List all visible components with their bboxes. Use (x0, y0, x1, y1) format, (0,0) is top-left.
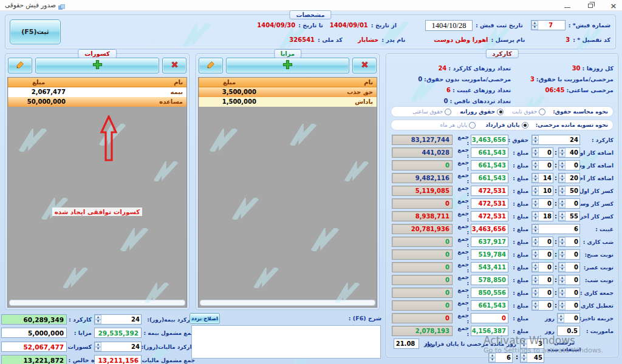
spin-up-icon[interactable]: ▲ (532, 174, 539, 178)
spin-up-icon[interactable]: ▲ (95, 342, 101, 347)
amount-input[interactable]: 661,543 (471, 300, 508, 311)
spin-up-icon[interactable]: ▲ (521, 339, 527, 344)
spin-up-icon[interactable]: ▲ (559, 237, 566, 242)
spin-up-icon[interactable]: ▲ (95, 315, 101, 320)
spin-up-icon[interactable]: ▲ (532, 224, 539, 229)
spin-up-icon[interactable]: ▲ (532, 250, 539, 255)
spin-up-icon[interactable]: ▲ (532, 212, 539, 217)
numeric-stepper[interactable]: ▲▼50 (558, 186, 580, 196)
amount-input[interactable]: 3,463,656 (471, 224, 508, 234)
numeric-stepper[interactable]: ▲▼10 (531, 186, 553, 196)
spin-up-icon[interactable]: ▲ (559, 161, 566, 166)
numeric-stepper[interactable]: ▲▼0 (531, 237, 553, 247)
table-row[interactable]: مساعده50,000,000 (8, 97, 186, 107)
spin-down-icon[interactable]: ▼ (532, 255, 539, 260)
spin-up-icon[interactable]: ▲ (532, 275, 539, 280)
spin-up-icon[interactable]: ▲ (558, 314, 564, 318)
description-input[interactable] (191, 325, 381, 359)
spin-down-icon[interactable]: ▼ (559, 153, 566, 158)
spin-up-icon[interactable]: ▲ (532, 161, 539, 166)
numeric-stepper[interactable]: ▲▼0 (558, 275, 580, 285)
numeric-stepper[interactable]: ▲▼0 (558, 237, 580, 247)
spin-up-icon[interactable]: ▲ (559, 199, 566, 204)
spin-down-icon[interactable]: ▼ (559, 242, 566, 247)
numeric-stepper[interactable]: ▲▼0 (531, 275, 553, 285)
numeric-stepper[interactable]: ▲▼0 (531, 147, 553, 158)
spin-up-icon[interactable]: ▲ (532, 199, 539, 204)
spin-down-icon[interactable]: ▼ (532, 280, 539, 285)
spin-down-icon[interactable]: ▼ (532, 293, 539, 298)
numeric-stepper[interactable]: ▲▼0 (557, 313, 580, 323)
spin-up-icon[interactable]: ▲ (532, 135, 539, 140)
edit-deduction-button[interactable] (8, 58, 32, 73)
radio-option[interactable]: حقوق ساعتی (412, 109, 451, 115)
radio-circle-icon[interactable] (522, 122, 528, 129)
numeric-stepper[interactable]: ▲▼55 (558, 211, 580, 221)
spin-down-icon[interactable]: ▼ (559, 204, 566, 209)
numeric-stepper[interactable]: ▲▼0 (558, 249, 580, 260)
spin-down-icon[interactable]: ▼ (532, 268, 539, 272)
numeric-stepper[interactable]: ▲▼0 (558, 262, 580, 272)
fix-attendance-button[interactable]: اصلاح تردد (190, 313, 220, 324)
spin-down-icon[interactable]: ▼ (521, 344, 527, 349)
deductions-hscrollbar[interactable] (9, 300, 185, 306)
numeric-stepper[interactable]: ▲▼6 (531, 224, 580, 234)
amount-input[interactable]: 661,543 (471, 147, 508, 158)
numeric-stepper[interactable]: ▲▼20 (558, 173, 580, 183)
numeric-stepper[interactable]: ▲▼0 (531, 249, 553, 260)
add-benefit-button[interactable] (226, 58, 349, 73)
slip-no-stepper[interactable]: ▲▼ 7 (531, 20, 566, 30)
amount-input[interactable]: 661,543 (471, 160, 508, 170)
spin-down-icon[interactable]: ▼ (532, 217, 539, 221)
spin-up-icon[interactable]: ▲ (532, 301, 539, 306)
edit-benefit-button[interactable] (199, 58, 223, 73)
spin-down-icon[interactable]: ▼ (558, 318, 564, 323)
delete-deduction-button[interactable] (162, 58, 186, 73)
radio-circle-icon[interactable] (539, 109, 545, 115)
amount-input[interactable]: 3,463,656 (471, 135, 508, 145)
spin-up-icon[interactable]: ▲ (489, 353, 496, 358)
restore-button[interactable] (586, 1, 595, 10)
close-button[interactable]: × (609, 1, 618, 10)
amount-input[interactable]: 472,531 (471, 198, 508, 209)
spin-up-icon[interactable]: ▲ (559, 288, 566, 293)
spin-up-icon[interactable]: ▲ (559, 275, 566, 280)
spin-up-icon[interactable]: ▲ (532, 263, 539, 268)
radio-circle-icon[interactable] (445, 109, 451, 115)
spin-up-icon[interactable]: ▲ (532, 186, 539, 191)
leave-used-hours-stepper[interactable]: ▲▼ 45 (520, 352, 544, 363)
spin-down-icon[interactable]: ▼ (532, 229, 539, 234)
leave-remain-value-box[interactable]: 21.08 (394, 339, 419, 349)
spin-down-icon[interactable]: ▼ (521, 358, 527, 363)
spin-up-icon[interactable]: ▲ (559, 250, 566, 255)
numeric-stepper[interactable]: ▲▼0 (531, 198, 553, 209)
amount-input[interactable]: 850,556 (471, 288, 508, 298)
numeric-stepper[interactable]: ▲▼0 (531, 300, 553, 311)
spin-down-icon[interactable]: ▼ (532, 191, 539, 196)
spin-down-icon[interactable]: ▼ (532, 166, 539, 170)
spin-down-icon[interactable]: ▼ (559, 191, 566, 196)
table-row[interactable]: حق جذب3,500,000 (199, 87, 377, 97)
amount-input[interactable]: 543,411 (471, 262, 508, 272)
numeric-stepper[interactable]: ▲▼0 (558, 160, 580, 170)
numeric-stepper[interactable]: ▲▼40 (558, 147, 580, 158)
numeric-stepper[interactable]: ▲▼0 (558, 300, 580, 311)
numeric-stepper[interactable]: ▲▼24 (531, 135, 580, 145)
spin-down-icon[interactable]: ▼ (532, 140, 539, 145)
numeric-stepper[interactable]: ▲▼18 (531, 211, 553, 221)
spin-up-icon[interactable]: ▲ (532, 288, 539, 293)
radio-option[interactable]: پایان هر ماه (440, 122, 476, 129)
minimize-button[interactable] (562, 1, 572, 10)
table-row[interactable]: پاداش1,500,000 (199, 97, 377, 107)
numeric-stepper[interactable]: ▲▼0 (531, 262, 553, 272)
delete-benefit-button[interactable] (352, 58, 377, 73)
amount-input[interactable]: 661,543 (471, 173, 508, 183)
spin-up-icon[interactable]: ▲ (559, 212, 566, 217)
spin-down-icon[interactable]: ▼ (532, 306, 539, 311)
amount-input[interactable]: 0 (471, 313, 508, 323)
spin-up-icon[interactable]: ▲ (559, 148, 566, 153)
tax-days-stepper[interactable]: ▲▼ 24 (94, 342, 142, 352)
leave-used-minutes-stepper[interactable]: ▲▼ 6 (488, 352, 513, 363)
spin-up-icon[interactable]: ▲ (559, 301, 566, 306)
amount-input[interactable]: 578,850 (471, 275, 508, 285)
